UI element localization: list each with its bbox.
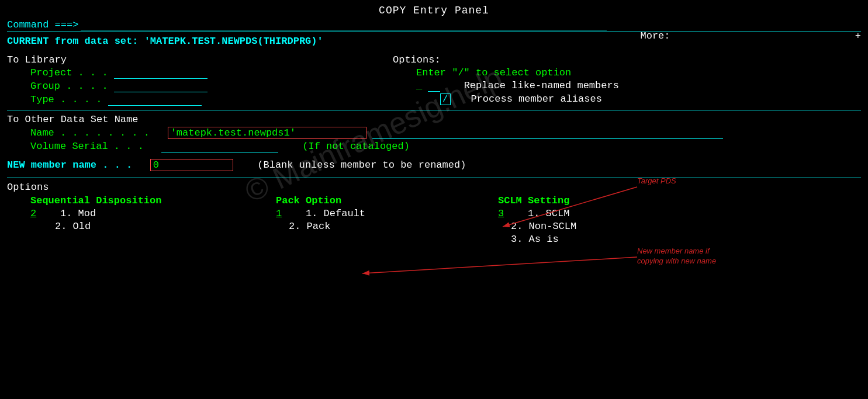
volume-input[interactable] <box>161 141 278 152</box>
sclm-opt2-row: 2. Non-SCLM <box>498 221 861 232</box>
volume-row: Volume Serial . . . (If not cataloged) <box>7 141 861 152</box>
annotation-new-member: New member name ifcopying with new name <box>637 247 716 266</box>
sequential-disposition-section: Sequential Disposition 2 1. Mod 2. Old <box>7 195 276 247</box>
group-input[interactable] <box>114 81 208 92</box>
slash-checkbox[interactable]: / <box>440 93 451 105</box>
dataset-name-extra[interactable] <box>372 127 723 139</box>
dataset-name-input[interactable]: 'matepk.test.newpds1' <box>168 127 366 139</box>
to-other-label: To Other Data Set Name <box>7 114 861 125</box>
sclm-opt3-row: 3. As is <box>498 234 861 245</box>
option-enter-slash: Enter "/" to select option <box>393 67 861 78</box>
page-title: COPY Entry Panel <box>7 5 861 16</box>
option-process-aliases: / Process member aliases <box>393 93 861 105</box>
pack-header: Pack Option <box>276 195 498 206</box>
seq-opt1-row: 2 1. Mod <box>7 208 276 219</box>
sclm-header: SCLM Setting <box>498 195 861 206</box>
seq-opt2-row: 2. Old <box>7 221 276 232</box>
type-row: Type . . . . <box>7 94 358 106</box>
seq-disp-header: Sequential Disposition <box>7 195 276 206</box>
svg-line-1 <box>362 257 637 273</box>
annotation-target-pds: Target PDS <box>637 176 676 185</box>
to-library-label: To Library <box>7 54 358 65</box>
option-replace: _ Replace like-named members <box>393 80 861 92</box>
project-input[interactable] <box>114 67 208 79</box>
options-header: Options: <box>393 54 861 65</box>
command-line: Command ===> <box>7 19 861 30</box>
pack-opt2-row: 2. Pack <box>276 221 498 232</box>
command-input[interactable] <box>81 19 607 30</box>
new-member-input[interactable]: 0 <box>150 159 234 171</box>
group-row: Group . . . . <box>7 81 358 92</box>
pack-option-section: Pack Option 1 1. Default 2. Pack <box>276 195 498 247</box>
sclm-section: SCLM Setting 3 1. SCLM 2. Non-SCLM 3. As… <box>498 195 861 247</box>
pack-opt1-row: 1 1. Default <box>276 208 498 219</box>
more-indicator: More: + <box>641 30 861 41</box>
project-row: Project . . . <box>7 67 358 79</box>
type-input[interactable] <box>108 94 202 106</box>
name-row: Name . . . . . . . . 'matepk.test.newpds… <box>7 127 861 139</box>
sclm-opt1-row: 3 1. SCLM <box>498 208 861 219</box>
options-section-label: Options <box>7 182 861 193</box>
new-member-row: NEW member name . . . 0 (Blank unless me… <box>7 159 861 171</box>
replace-option-input[interactable] <box>428 80 440 92</box>
